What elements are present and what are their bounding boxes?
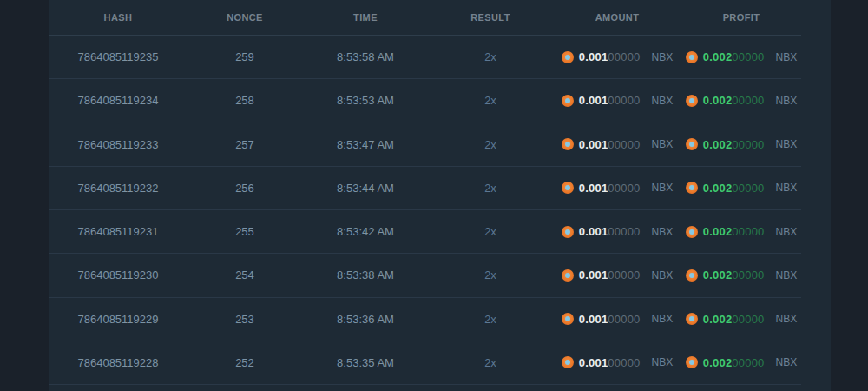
amount-trailing-zeros: 00000: [608, 50, 640, 63]
result-multiplier: 2x: [484, 313, 496, 326]
nbx-coin-icon: [562, 51, 574, 63]
hash-value: 7864085119229: [49, 313, 187, 326]
profit-trailing-zeros: 00000: [732, 225, 764, 238]
amount-currency-label: NBX: [652, 356, 674, 368]
result-multiplier: 2x: [484, 94, 496, 107]
result-value: 2x: [428, 94, 553, 107]
column-header-time: TIME: [303, 12, 428, 23]
profit-trailing-zeros: 00000: [732, 356, 764, 369]
nbx-coin-icon: [562, 356, 574, 368]
result-value: 2x: [428, 50, 553, 63]
time-value: 8:53:47 AM: [303, 138, 428, 151]
profit-cell: 0.00200000 NBX: [681, 356, 801, 369]
hash-value: 7864085119231: [49, 225, 187, 238]
amount-number: 0.00100000: [579, 356, 641, 369]
profit-cell: 0.00200000 NBX: [681, 94, 801, 107]
amount-significant: 0.001: [579, 182, 608, 195]
profit-group: 0.00200000 NBX: [681, 225, 801, 238]
profit-cell: 0.00200000 NBX: [681, 50, 801, 63]
nbx-coin-icon: [562, 138, 574, 150]
result-multiplier: 2x: [484, 50, 496, 63]
time-value: 8:53:35 AM: [303, 356, 428, 369]
nonce-value: 257: [187, 138, 303, 151]
hash-value: 7864085119232: [49, 182, 187, 195]
amount-number: 0.00100000: [579, 225, 641, 238]
profit-group: 0.00200000 NBX: [681, 138, 801, 151]
nbx-coin-icon: [686, 356, 698, 368]
nbx-coin-icon: [686, 269, 698, 282]
profit-trailing-zeros: 00000: [732, 268, 764, 282]
amount-cell: 0.00100000 NBX: [553, 313, 681, 326]
profit-number: 0.00200000: [703, 182, 765, 195]
table-header-row: HASH NONCE TIME RESULT AMOUNT PROFIT: [49, 0, 801, 36]
bet-history-table: HASH NONCE TIME RESULT AMOUNT PROFIT 786…: [49, 0, 801, 385]
hash-value: 7864085119234: [49, 94, 187, 107]
nonce-value: 258: [187, 94, 303, 107]
profit-cell: 0.00200000 NBX: [681, 182, 801, 195]
column-header-profit: PROFIT: [681, 12, 801, 23]
profit-currency-label: NBX: [776, 313, 798, 325]
amount-significant: 0.001: [579, 50, 608, 63]
profit-trailing-zeros: 00000: [732, 182, 764, 195]
amount-currency-label: NBX: [652, 182, 674, 194]
profit-cell: 0.00200000 NBX: [681, 268, 801, 282]
result-multiplier: 2x: [484, 268, 496, 282]
amount-trailing-zeros: 00000: [608, 356, 640, 369]
profit-number: 0.00200000: [703, 94, 765, 107]
profit-currency-label: NBX: [776, 51, 798, 63]
amount-number: 0.00100000: [579, 94, 641, 107]
hash-value: 7864085119233: [49, 138, 187, 151]
profit-significant: 0.002: [703, 94, 733, 107]
amount-trailing-zeros: 00000: [608, 268, 640, 282]
profit-group: 0.00200000 NBX: [681, 356, 801, 369]
result-multiplier: 2x: [484, 356, 496, 369]
profit-number: 0.00200000: [703, 138, 765, 151]
profit-number: 0.00200000: [703, 356, 765, 369]
profit-significant: 0.002: [703, 138, 733, 151]
nbx-coin-icon: [686, 138, 698, 150]
profit-group: 0.00200000 NBX: [681, 50, 801, 63]
amount-trailing-zeros: 00000: [608, 182, 640, 195]
amount-group: 0.00100000 NBX: [553, 50, 681, 63]
amount-significant: 0.001: [579, 268, 608, 282]
profit-number: 0.00200000: [703, 50, 765, 63]
amount-currency-label: NBX: [652, 313, 674, 325]
amount-number: 0.00100000: [579, 138, 641, 151]
amount-group: 0.00100000 NBX: [553, 94, 681, 107]
amount-significant: 0.001: [579, 313, 608, 326]
profit-currency-label: NBX: [776, 269, 798, 282]
table-row: 7864085119229 253 8:53:36 AM 2x 0.001000…: [49, 298, 801, 341]
profit-significant: 0.002: [703, 268, 733, 282]
time-value: 8:53:36 AM: [303, 313, 428, 326]
amount-significant: 0.001: [579, 94, 608, 107]
amount-group: 0.00100000 NBX: [553, 356, 681, 369]
table-row: 7864085119230 254 8:53:38 AM 2x 0.001000…: [49, 254, 801, 297]
amount-trailing-zeros: 00000: [608, 313, 640, 326]
amount-group: 0.00100000 NBX: [553, 225, 681, 238]
amount-currency-label: NBX: [652, 226, 674, 238]
time-value: 8:53:44 AM: [303, 182, 428, 195]
result-multiplier: 2x: [484, 138, 496, 151]
column-header-amount: AMOUNT: [553, 12, 681, 23]
profit-trailing-zeros: 00000: [732, 50, 764, 63]
nbx-coin-icon: [686, 51, 698, 63]
nonce-value: 255: [187, 225, 303, 238]
profit-significant: 0.002: [703, 50, 733, 63]
amount-group: 0.00100000 NBX: [553, 182, 681, 195]
profit-significant: 0.002: [703, 225, 733, 238]
nbx-coin-icon: [686, 95, 698, 107]
profit-significant: 0.002: [703, 313, 733, 326]
profit-trailing-zeros: 00000: [732, 138, 764, 151]
table-body: 7864085119235 259 8:53:58 AM 2x 0.001000…: [49, 36, 801, 385]
amount-cell: 0.00100000 NBX: [553, 225, 681, 238]
result-value: 2x: [428, 356, 553, 369]
amount-number: 0.00100000: [579, 313, 641, 326]
nonce-value: 254: [187, 268, 303, 282]
amount-cell: 0.00100000 NBX: [553, 138, 681, 151]
amount-number: 0.00100000: [579, 268, 641, 282]
result-multiplier: 2x: [484, 182, 496, 195]
amount-cell: 0.00100000 NBX: [553, 268, 681, 282]
amount-currency-label: NBX: [652, 269, 674, 282]
bet-history-panel: HASH NONCE TIME RESULT AMOUNT PROFIT 786…: [49, 0, 831, 391]
amount-trailing-zeros: 00000: [608, 94, 640, 107]
